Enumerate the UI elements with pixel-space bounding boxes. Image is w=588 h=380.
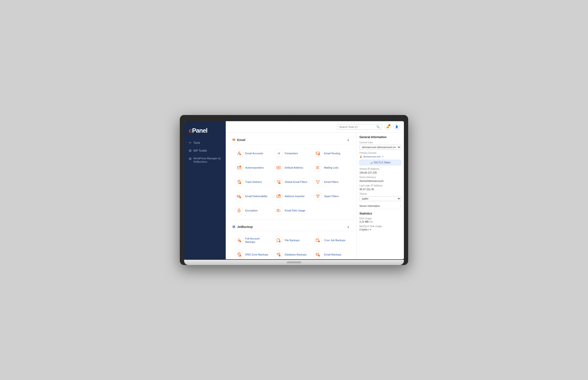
svg-point-0 — [238, 152, 240, 153]
email-section-header[interactable]: ✉ Email ▲ — [229, 135, 353, 144]
tool-encryption[interactable]: Encryption — [232, 204, 271, 217]
svg-point-21 — [239, 211, 240, 212]
svg-rect-8 — [277, 166, 280, 169]
tool-email-backups[interactable]: Email Backups — [311, 248, 350, 259]
address-importer-label: Address Importer — [285, 194, 305, 198]
track-delivery-icon — [235, 178, 243, 186]
lock-icon: 🔒 — [359, 155, 362, 158]
mailing-lists-icon — [313, 163, 322, 172]
last-login-label: Last Login IP Address — [359, 184, 401, 187]
disk-usage-value: 2.21 MB / ∞ — [359, 220, 401, 223]
svg-point-19 — [317, 194, 318, 196]
tool-email-accounts[interactable]: @ Email Accounts — [232, 147, 271, 159]
cron-backups-icon — [313, 236, 322, 245]
autoresponders-label: Autoresponders — [245, 166, 264, 169]
email-section-body: @ Email Accounts — [229, 144, 353, 220]
last-login-value: 49.37.151.45 — [359, 188, 401, 191]
sidebar-item-wptoolkit[interactable]: ⊞ WP Toolkit — [186, 147, 224, 154]
full-backups-icon — [235, 236, 243, 245]
email-deliverability-icon — [235, 192, 243, 200]
statistics-title: Statistics — [359, 212, 401, 215]
tool-file-backups[interactable]: File Backups — [272, 234, 311, 247]
email-routing-icon — [313, 149, 322, 158]
svg-text:↩: ↩ — [240, 166, 241, 167]
svg-point-30 — [240, 255, 241, 257]
email-section-icon: ✉ — [232, 138, 235, 142]
default-address-icon — [274, 163, 283, 172]
sidebar-item-tools[interactable]: ✂ Tools — [186, 139, 224, 146]
jetbackup-section-body: Full Account Backups — [229, 231, 353, 259]
server-info-chevron: › — [400, 205, 401, 207]
home-dir-value: /home2/demoaccount — [359, 180, 401, 182]
email-routing-label: Email Routing — [324, 152, 340, 155]
tool-default-address[interactable]: Default Address — [272, 161, 311, 174]
current-user-select[interactable]: demoaccount (demoaccount.com) — [359, 145, 401, 150]
tool-full-backups[interactable]: Full Account Backups — [232, 234, 271, 247]
svg-point-32 — [279, 255, 280, 257]
server-info-row[interactable]: Server Information › — [359, 203, 401, 209]
track-delivery-label: Track Delivery — [245, 180, 262, 184]
primary-domain-link[interactable]: demoaccount.com ↗ — [363, 155, 384, 158]
full-backups-label: Full Account Backups — [245, 237, 269, 244]
database-backups-label: Database Backups — [285, 253, 307, 256]
encryption-label: Encryption — [245, 209, 258, 212]
svg-point-29 — [239, 253, 240, 254]
theme-label: Theme — [359, 193, 401, 195]
tool-cron-backups[interactable]: Cron Job Backups — [311, 234, 350, 247]
autoresponders-icon: ↩ — [235, 163, 243, 172]
tool-address-importer[interactable]: Address Importer — [272, 190, 311, 202]
tool-autoresponders[interactable]: ↩ Autoresponders — [232, 161, 271, 174]
tool-spam-filters[interactable]: Spam Filters — [311, 190, 350, 202]
cron-backups-label: Cron Job Backups — [324, 239, 345, 242]
mysql-label: MySQL® Disk Usage — [359, 225, 401, 228]
svg-point-26 — [279, 241, 280, 242]
svg-point-28 — [318, 241, 320, 242]
tool-email-deliverability[interactable]: Email Deliverability — [232, 190, 271, 202]
server-info-label: Server Information — [359, 205, 380, 207]
search-input[interactable] — [339, 126, 375, 128]
wp-softaculous-icon: ⊞ — [189, 157, 191, 160]
user-icon: 👤 — [395, 125, 398, 128]
tools-icon: ✂ — [189, 141, 191, 145]
jetbackup-section-header[interactable]: ⊞ JetBackup ▲ — [229, 222, 353, 231]
tool-dns-backups[interactable]: DNS Zone Backups — [232, 248, 271, 259]
forwarders-icon — [274, 149, 283, 158]
mysql-value: 0 bytes / ∞ — [359, 228, 401, 231]
spam-filters-icon — [313, 192, 322, 200]
wp-icon: ⊞ — [189, 149, 191, 152]
search-icon[interactable]: 🔍 — [376, 125, 380, 129]
tool-mailing-lists[interactable]: Mailing Lists — [311, 161, 350, 174]
ssl-tls-button[interactable]: 📊 SSL/TLS Status — [359, 160, 401, 165]
tool-track-delivery[interactable]: Track Delivery — [232, 176, 271, 188]
primary-domain-label: Primary Domain — [359, 152, 401, 154]
file-backups-icon — [274, 236, 283, 245]
email-disk-usage-icon — [274, 206, 283, 215]
search-box[interactable]: 🔍 — [337, 124, 382, 130]
svg-point-25 — [240, 241, 241, 242]
tool-forwarders[interactable]: Forwarders — [272, 147, 311, 159]
theme-select[interactable]: jupiter — [359, 196, 401, 201]
svg-point-11 — [239, 181, 240, 182]
sidebar-item-wpmanager[interactable]: ⊞ WordPress Manager by Softaculous — [186, 155, 224, 166]
notifications-bell[interactable]: 🔔 — [384, 124, 391, 130]
jetbackup-icon: ⊞ — [232, 225, 235, 228]
tool-email-filters[interactable]: Email Filters — [311, 176, 350, 188]
forwarders-label: Forwarders — [285, 152, 298, 155]
tool-global-filters[interactable]: Global Email Filters — [272, 176, 311, 188]
dns-backups-label: DNS Zone Backups — [245, 253, 268, 256]
tool-email-routing[interactable]: Email Routing — [311, 147, 350, 159]
tool-database-backups[interactable]: Database Backups — [272, 248, 311, 259]
sidebar-nav: ✂ Tools ⊞ WP Toolkit ⊞ WordPress Manager… — [184, 139, 226, 166]
email-section-chevron: ▲ — [347, 138, 350, 141]
sidebar-logo: cPanel — [184, 125, 226, 139]
ssl-icon: 📊 — [370, 161, 373, 164]
jetbackup-chevron: ▲ — [347, 225, 350, 228]
mailing-lists-label: Mailing Lists — [324, 166, 338, 169]
default-address-label: Default Address — [285, 166, 303, 169]
shared-ip-value: 159.69.137.235 — [359, 171, 401, 174]
user-avatar[interactable]: 👤 — [393, 124, 400, 130]
sidebar: cPanel ✂ Tools ⊞ WP Toolkit ⊞ WordPress … — [184, 121, 226, 259]
email-filters-icon — [313, 178, 322, 186]
email-deliverability-label: Email Deliverability — [245, 194, 267, 198]
tool-email-disk-usage[interactable]: Email Disk Usage — [272, 204, 311, 217]
